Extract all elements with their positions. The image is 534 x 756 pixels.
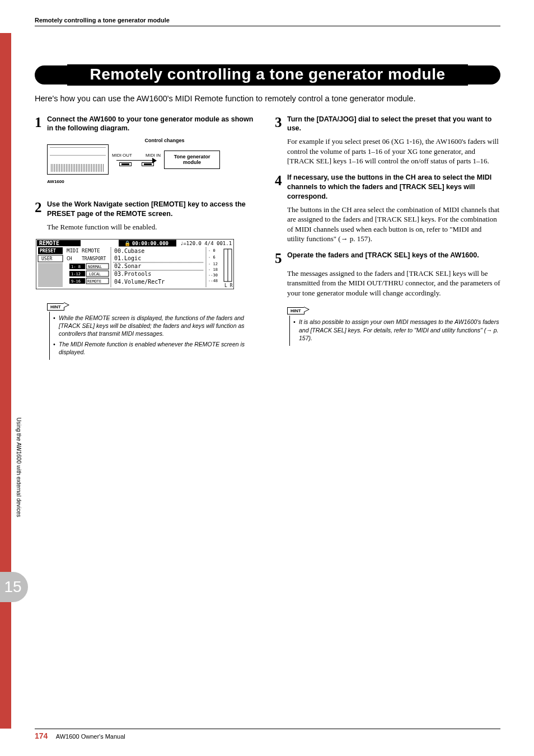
step-number: 4 — [275, 173, 287, 201]
step-number: 1 — [35, 115, 47, 134]
step-heading: Operate the faders and [TRACK SEL] keys … — [287, 251, 479, 265]
svg-text:-  6: - 6 — [208, 255, 216, 260]
hint-label: HINT — [287, 307, 305, 314]
svg-text:PRESET: PRESET — [40, 248, 56, 253]
hint-item: It is also possible to assign your own M… — [293, 318, 500, 342]
svg-text:REMOTE: REMOTE — [87, 279, 101, 284]
connection-diagram: Control changes MIDI OUT MIDI IN — [47, 138, 260, 175]
step-4: 4 If necessary, use the buttons in the C… — [275, 173, 500, 201]
side-chapter-number: 15 — [4, 578, 21, 596]
section-title-bar: Remotely controlling a tone generator mo… — [35, 64, 500, 86]
step-body: For example if you select preset 06 (XG … — [287, 137, 500, 166]
diagram-aw1600-box — [47, 144, 109, 175]
svg-text:NORMAL: NORMAL — [88, 265, 102, 269]
hint-block: HINT It is also possible to assign your … — [287, 304, 500, 346]
side-tab: Using the AW1600 with external devices 1… — [16, 417, 26, 602]
diagram-cc-label: Control changes — [120, 138, 209, 143]
manual-title: AW1600 Owner's Manual — [56, 733, 125, 740]
step-1: 1 Connect the AW1600 to your tone genera… — [35, 115, 260, 134]
arrow-right-icon — [64, 302, 69, 308]
diagram-device-label: AW1600 — [47, 179, 260, 184]
svg-text:♩=120.0 4/4 001.1: ♩=120.0 4/4 001.1 — [180, 241, 232, 246]
step-heading: Turn the [DATA/JOG] dial to select the p… — [287, 115, 500, 134]
running-head: Remotely controlling a tone generator mo… — [35, 17, 500, 26]
intro-paragraph: Here's how you can use the AW1600's MIDI… — [35, 93, 500, 105]
hint-item: The MIDI Remote function is enabled when… — [53, 340, 260, 356]
step-2: 2 Use the Work Navigate section [REMOTE]… — [35, 200, 260, 219]
section-title: Remotely controlling a tone generator mo… — [67, 64, 468, 86]
svg-text:02.Sonar: 02.Sonar — [114, 263, 141, 269]
step-heading: If necessary, use the buttons in the CH … — [287, 173, 500, 201]
svg-text:00:00:00.000: 00:00:00.000 — [132, 241, 168, 246]
svg-text:- 18: - 18 — [208, 267, 218, 272]
svg-text:--30: --30 — [208, 273, 218, 278]
svg-text:- 12: - 12 — [208, 262, 218, 266]
step-5: 5 Operate the faders and [TRACK SEL] key… — [275, 251, 500, 265]
svg-text:03.Protools: 03.Protools — [114, 271, 151, 277]
step-number: 3 — [275, 115, 287, 134]
hint-item: While the REMOTE screen is displayed, th… — [53, 314, 260, 338]
side-chapter-badge: 15 — [0, 572, 28, 602]
step-heading: Use the Work Navigate section [REMOTE] k… — [47, 200, 260, 219]
step-number: 2 — [35, 200, 47, 219]
svg-text:L R: L R — [224, 283, 233, 288]
svg-text:USER: USER — [41, 256, 52, 261]
remote-screen-screenshot: REMOTE 🔒 00:00:00.000 ♩=120.0 4/4 001.1 … — [36, 239, 234, 289]
side-chapter-label: Using the AW1600 with external devices — [16, 417, 22, 557]
diagram-midi-in-label: MIDI IN — [146, 153, 161, 158]
diagram-tone-module-box: Tone generator module — [164, 151, 220, 170]
step-number: 5 — [275, 251, 287, 265]
hint-label: HINT — [47, 303, 64, 311]
svg-rect-11 — [38, 263, 63, 287]
svg-text:LOCAL: LOCAL — [89, 272, 101, 276]
svg-text:🔒: 🔒 — [124, 240, 131, 247]
svg-text:--48: --48 — [208, 279, 218, 283]
svg-text:-  0: - 0 — [208, 248, 216, 253]
step-heading: Connect the AW1600 to your tone generato… — [47, 115, 260, 134]
hint-block: HINT While the REMOTE screen is displaye… — [47, 300, 260, 360]
svg-text:00.Cubase: 00.Cubase — [114, 248, 144, 254]
step-body: The buttons in the CH area select the co… — [287, 205, 500, 244]
arrow-right-icon — [304, 307, 310, 312]
svg-text:TRANSPORT: TRANSPORT — [82, 256, 106, 261]
red-sidebar — [0, 33, 11, 729]
svg-text:01.Logic: 01.Logic — [114, 255, 141, 261]
svg-text:MIDI REMOTE: MIDI REMOTE — [67, 248, 100, 253]
diagram-midi-out-label: MIDI OUT — [112, 153, 132, 158]
page-footer: 174 AW1600 Owner's Manual — [35, 729, 500, 740]
step-body: The Remote function will be enabled. — [47, 222, 260, 232]
svg-text:04.Volume/RecTr: 04.Volume/RecTr — [114, 279, 165, 285]
connector-icon — [142, 162, 154, 166]
svg-text:REMOTE: REMOTE — [39, 240, 59, 246]
svg-text:9-16: 9-16 — [71, 279, 81, 284]
svg-text:1-12: 1-12 — [71, 272, 81, 276]
step-3: 3 Turn the [DATA/JOG] dial to select the… — [275, 115, 500, 134]
svg-text:1- 8: 1- 8 — [71, 265, 81, 269]
connector-icon — [119, 162, 132, 166]
svg-text:CH: CH — [67, 256, 72, 261]
step-body: The messages assigned to the faders and … — [287, 269, 500, 298]
page-number: 174 — [35, 731, 48, 740]
